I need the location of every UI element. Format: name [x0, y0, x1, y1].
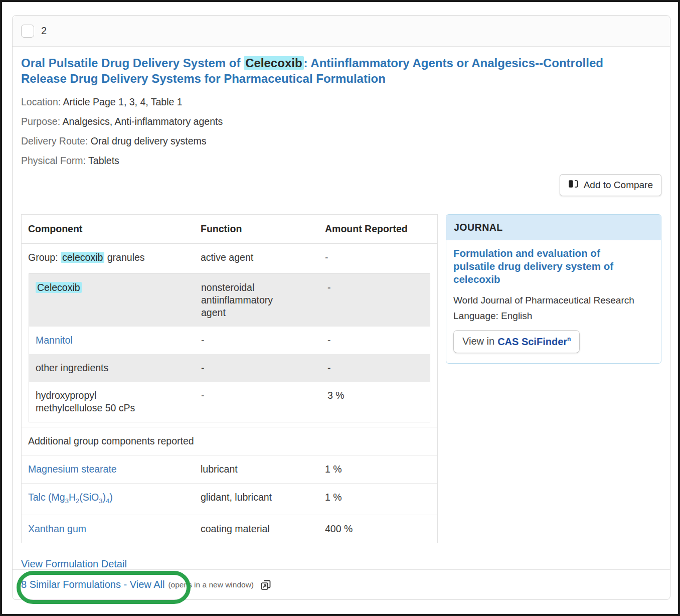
component-cell: Mannitol: [29, 327, 157, 354]
component-link-xanthan-gum[interactable]: Xanthan gum: [28, 523, 86, 534]
amount-cell: 1 %: [318, 455, 437, 483]
view-in-scifinder-button[interactable]: View inCAS SciFindern: [453, 330, 580, 353]
view-in-prefix: View in: [462, 336, 494, 347]
component-cell: Talc (Mg3H2(SiO3)4): [22, 484, 194, 515]
journal-language: Language: English: [453, 310, 654, 322]
metadata-list: Location: Article Page 1, 3, 4, Table 1 …: [21, 96, 661, 167]
function-cell: coating material: [194, 515, 318, 543]
table-row: Xanthan gum coating material 400 %: [22, 515, 437, 543]
cas-scifinder-brand: CAS SciFindern: [497, 336, 571, 348]
meta-location: Location: Article Page 1, 3, 4, Table 1: [21, 96, 661, 108]
journal-article-link[interactable]: Formulation and evaluation of pulsatile …: [453, 247, 628, 286]
opens-new-window-note: (opens in a new window): [168, 580, 254, 589]
add-to-compare-button[interactable]: Add to Compare: [560, 174, 661, 196]
component-highlight-term: Celecoxib: [36, 282, 82, 293]
component-cell: hydroxypropyl methylcellulose 50 cPs: [29, 382, 157, 422]
amount-cell: 400 %: [318, 515, 437, 543]
meta-physical-form: Physical Form: Tablets: [21, 155, 661, 167]
function-cell: -: [195, 327, 290, 354]
result-card-body: Oral Pulsatile Drug Delivery System of C…: [13, 47, 670, 570]
amount-cell: -: [321, 327, 430, 354]
table-row: Magnesium stearate lubricant 1 %: [22, 455, 437, 483]
component-cell: Xanthan gum: [22, 515, 194, 543]
amount-cell: 3 %: [321, 382, 430, 422]
add-to-compare-label: Add to Compare: [584, 180, 653, 191]
function-cell: glidant, lubricant: [194, 484, 318, 515]
compare-button-row: Add to Compare: [21, 174, 661, 196]
table-row: hydroxypropyl methylcellulose 50 cPs - 3…: [29, 382, 430, 422]
result-title-link[interactable]: Oral Pulsatile Drug Delivery System of C…: [21, 55, 630, 86]
meta-purpose-label: Purpose:: [21, 116, 60, 127]
group-components-subtable: Celecoxib nonsteroidal antiinflammatory …: [29, 273, 430, 422]
meta-delivery-route: Delivery Route: Oral drug delivery syste…: [21, 135, 661, 147]
similar-formulations-link[interactable]: 8 Similar Formulations - View All: [21, 579, 164, 590]
journal-panel-header: JOURNAL: [446, 215, 661, 240]
additional-components-label: Additional group components reported: [22, 427, 437, 455]
meta-delivery-route-label: Delivery Route:: [21, 135, 88, 146]
similar-formulations-footer: 8 Similar Formulations - View All (opens…: [13, 569, 670, 599]
component-link-magnesium-stearate[interactable]: Magnesium stearate: [28, 464, 117, 475]
amount-cell: -: [321, 274, 430, 327]
result-card-header: 2: [13, 16, 670, 47]
amount-cell: 1 %: [318, 484, 437, 515]
meta-physical-form-value: Tablets: [88, 155, 119, 166]
component-cell: Celecoxib: [29, 274, 157, 327]
header-amount-reported: Amount Reported: [318, 215, 437, 243]
meta-location-label: Location:: [21, 96, 61, 107]
screenshot-frame: 2 Oral Pulsatile Drug Delivery System of…: [0, 0, 680, 616]
table-row: Talc (Mg3H2(SiO3)4) glidant, lubricant 1…: [22, 483, 437, 515]
meta-delivery-route-value: Oral drug delivery systems: [91, 135, 207, 146]
group-function-cell: active agent: [194, 244, 318, 271]
table-row: Celecoxib nonsteroidal antiinflammatory …: [29, 274, 430, 327]
header-component: Component: [22, 215, 194, 243]
amount-cell: -: [321, 354, 430, 382]
title-text-pre: Oral Pulsatile Drug Delivery System of: [21, 56, 244, 70]
title-highlight-term: Celecoxib: [244, 56, 303, 70]
meta-location-value: Article Page 1, 3, 4, Table 1: [63, 96, 183, 107]
component-link-mannitol[interactable]: Mannitol: [36, 335, 73, 346]
open-in-new-window-icon: [260, 579, 272, 591]
journal-panel-body: Formulation and evaluation of pulsatile …: [446, 240, 661, 363]
meta-physical-form-label: Physical Form:: [21, 155, 86, 166]
table-row: Mannitol - -: [29, 327, 430, 354]
components-table: Component Function Amount Reported Group…: [21, 214, 438, 543]
meta-purpose: Purpose: Analgesics, Anti-inflammatory a…: [21, 115, 661, 128]
meta-purpose-value: Analgesics, Anti-inflammatory agents: [62, 116, 223, 127]
formulation-result-card: 2 Oral Pulsatile Drug Delivery System of…: [12, 15, 670, 600]
journal-panel: JOURNAL Formulation and evaluation of pu…: [446, 214, 661, 364]
result-index: 2: [41, 25, 47, 37]
view-formulation-detail-link[interactable]: View Formulation Detail: [21, 558, 127, 569]
header-function: Function: [194, 215, 318, 243]
component-link-talc[interactable]: Talc (Mg3H2(SiO3)4): [28, 492, 113, 503]
group-amount-cell: -: [318, 244, 437, 271]
function-cell: -: [195, 382, 290, 422]
table-row: other ingredients - -: [29, 354, 430, 382]
component-cell: other ingredients: [29, 354, 157, 382]
group-component-cell: Group: celecoxib granules: [22, 244, 194, 271]
function-cell: lubricant: [194, 455, 318, 483]
group-highlight-term: celecoxib: [61, 252, 104, 263]
component-cell: Magnesium stearate: [22, 455, 194, 483]
group-prefix: Group:: [28, 252, 61, 263]
journal-source: World Journal of Pharmaceutical Research: [453, 294, 654, 306]
function-cell: nonsteroidal antiinflammatory agent: [195, 274, 290, 327]
view-detail-row: View Formulation Detail: [21, 558, 661, 570]
table-header-row: Component Function Amount Reported: [22, 215, 437, 244]
select-checkbox[interactable]: [21, 25, 34, 38]
group-row: Group: celecoxib granules active agent -: [22, 244, 437, 271]
group-suffix: granules: [104, 252, 144, 263]
content-columns: Component Function Amount Reported Group…: [21, 214, 661, 543]
compare-icon: [568, 179, 579, 192]
function-cell: -: [195, 354, 290, 382]
